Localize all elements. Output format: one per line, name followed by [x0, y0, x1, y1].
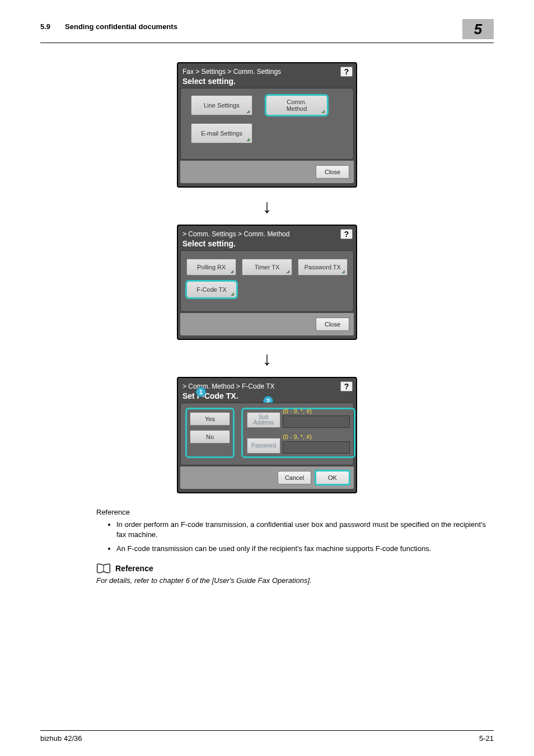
no-button[interactable]: No	[190, 430, 230, 444]
callout-1: 1	[196, 387, 206, 397]
reference-heading: Reference	[96, 508, 494, 516]
chapter-badge: 5	[462, 19, 494, 39]
section-number: 5.9	[40, 22, 50, 31]
footer-model: bizhub 42/36	[40, 734, 82, 743]
ok-button[interactable]: OK	[316, 471, 349, 484]
panel-fcode-tx: > Comm. Method > F-Code TX ? Set F-Code …	[177, 377, 357, 493]
section-title: Sending confidential documents	[65, 22, 177, 31]
breadcrumb: > Comm. Method > F-Code TX ?	[180, 380, 354, 391]
panel-footer: Cancel OK	[180, 466, 354, 489]
reference-item: In order perform an F-code transmission,…	[116, 520, 494, 539]
book-icon	[96, 563, 111, 574]
panel-comm-settings: Fax > Settings > Comm. Settings ? Select…	[177, 62, 357, 188]
password-tx-button[interactable]: Password TX	[298, 259, 348, 276]
help-icon[interactable]: ?	[340, 381, 353, 391]
breadcrumb-text: Fax > Settings > Comm. Settings	[182, 68, 281, 76]
email-settings-button[interactable]: E-mail Settings	[191, 123, 252, 143]
header-rule	[40, 43, 494, 43]
reference-list: In order perform an F-code transmission,…	[116, 520, 494, 554]
header-left: 5.9 Sending confidential documents	[40, 22, 177, 31]
cancel-button[interactable]: Cancel	[278, 471, 311, 484]
sub-address-hint: (0 - 9, *, #)	[283, 408, 312, 414]
down-arrow-icon: ↓	[263, 349, 272, 368]
close-button[interactable]: Close	[316, 165, 349, 179]
page-footer: bizhub 42/36 5-21	[40, 730, 494, 743]
reference-item: An F-code transmission can be used only …	[116, 544, 494, 554]
panel-comm-method: > Comm. Settings > Comm. Method ? Select…	[177, 225, 357, 340]
reference-icon-row: Reference	[96, 563, 494, 574]
close-button[interactable]: Close	[316, 318, 349, 331]
reference-label: Reference	[115, 564, 153, 573]
password-button[interactable]: Password	[247, 438, 280, 454]
panel-body: Polling RX Timer TX Password TX F-Code T…	[180, 250, 354, 312]
panel-footer: Close	[180, 313, 354, 335]
fcode-tx-button[interactable]: F-Code TX	[186, 281, 237, 298]
password-field[interactable]	[283, 441, 350, 454]
breadcrumb: Fax > Settings > Comm. Settings ?	[180, 66, 354, 77]
password-hint: (0 - 9, *, #)	[283, 433, 312, 440]
polling-rx-button[interactable]: Polling RX	[186, 259, 236, 276]
reference-details: For details, refer to chapter 6 of the […	[96, 576, 494, 585]
screens-column: Fax > Settings > Comm. Settings ? Select…	[40, 62, 494, 493]
sub-address-field[interactable]	[283, 416, 350, 428]
breadcrumb: > Comm. Settings > Comm. Method ?	[180, 228, 354, 239]
panel-body: Yes No Sub Address (0 - 9, *, #) Passwor…	[180, 403, 354, 465]
panel-subtitle: Select setting.	[180, 77, 354, 88]
breadcrumb-text: > Comm. Settings > Comm. Method	[182, 230, 289, 238]
reference-block: Reference In order perform an F-code tra…	[96, 508, 494, 585]
panel-footer: Close	[180, 161, 354, 183]
line-settings-button[interactable]: Line Settings	[191, 95, 252, 115]
help-icon[interactable]: ?	[340, 67, 353, 77]
sub-address-button[interactable]: Sub Address	[247, 412, 280, 428]
help-icon[interactable]: ?	[340, 229, 353, 239]
yes-button[interactable]: Yes	[190, 412, 230, 426]
down-arrow-icon: ↓	[263, 197, 272, 216]
panel-subtitle: Select setting.	[180, 239, 354, 250]
footer-page: 5-21	[479, 734, 494, 743]
comm-method-button[interactable]: Comm. Method	[266, 95, 327, 115]
panel-body: Line Settings Comm. Method E-mail Settin…	[180, 88, 354, 160]
page-header: 5.9 Sending confidential documents 5	[40, 22, 494, 39]
timer-tx-button[interactable]: Timer TX	[242, 259, 292, 276]
